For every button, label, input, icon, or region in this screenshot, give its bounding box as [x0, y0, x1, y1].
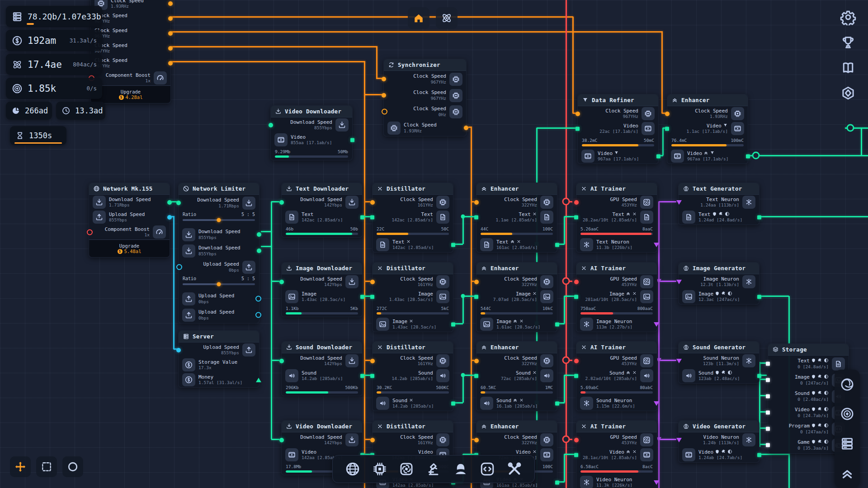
aperture-button[interactable]	[840, 377, 855, 392]
port-sq-tl[interactable]	[451, 401, 455, 405]
node-header[interactable]: Storage	[768, 344, 849, 356]
port-dot-or[interactable]	[370, 438, 375, 442]
upgrade-button[interactable]: Upgrade$4.28al	[91, 85, 170, 103]
port-dot-rd[interactable]	[574, 200, 579, 205]
node-header[interactable]: Text Generator	[679, 183, 759, 195]
port-sq-tl[interactable]	[360, 374, 364, 378]
port-trid-pu[interactable]	[676, 359, 682, 363]
port-trid-pu[interactable]	[654, 243, 659, 247]
gpu-tab-button[interactable]	[398, 461, 415, 477]
node-header[interactable]: Distillator	[373, 421, 453, 432]
port-dot-rd[interactable]	[574, 280, 579, 284]
node-header[interactable]: Sound Downloader	[282, 342, 362, 353]
science-button[interactable]	[436, 7, 458, 29]
code-tab-button[interactable]	[479, 461, 495, 477]
port-dot-or[interactable]	[474, 280, 479, 284]
port-sq-wh[interactable]	[766, 427, 770, 431]
node-header[interactable]: Image Generator	[679, 263, 759, 274]
node-enhancer-image[interactable]: EnhancerClock Speed322YHzImage7.07ad [28…	[476, 262, 557, 332]
node-distillator-image[interactable]: DistillatorClock Speed161YHzImage1.43ac …	[372, 262, 453, 332]
node-header[interactable]: AI Trainer	[576, 183, 657, 195]
node-text-downloader[interactable]: Text DownloaderDownload Speed142YbpsText…	[281, 183, 363, 238]
node-video-generator[interactable]: Video GeneratorVideo Neuron1.24b [113k/s…	[678, 420, 760, 463]
port-dot-rd[interactable]	[574, 359, 579, 363]
node-header[interactable]: Enhancer	[667, 94, 748, 106]
port-dot-or[interactable]	[474, 359, 479, 363]
node-header[interactable]: Video Generator	[679, 421, 759, 432]
port-trid-pu[interactable]	[654, 480, 659, 485]
node-header[interactable]: Distillator	[373, 342, 453, 353]
ratio-slider-knob[interactable]	[217, 218, 221, 222]
port-sq-tl[interactable]	[574, 215, 578, 219]
port-dot-tl[interactable]	[176, 201, 181, 205]
port-dot-cy[interactable]	[167, 215, 172, 220]
port-dot-or[interactable]	[382, 93, 386, 98]
node-image-downloader[interactable]: Image DownloaderDownload Speed142YbpsIma…	[281, 262, 363, 317]
node-image-generator[interactable]: Image GeneratorImage Neuron12.3t [1.13b/…	[678, 262, 760, 305]
port-sq-tl[interactable]	[474, 215, 478, 219]
node-sound-generator[interactable]: Sound GeneratorSound Neuron123b [11.3m/s…	[678, 341, 760, 384]
port-sq-tl[interactable]	[474, 374, 478, 378]
node-header[interactable]: Server	[179, 331, 259, 343]
port-sq-wh[interactable]	[766, 443, 770, 447]
node-enhancer-sound[interactable]: EnhancerClock Speed322YHzSound72ac [285a…	[476, 341, 557, 411]
encyclopedia-button[interactable]	[840, 60, 856, 76]
node-header[interactable]: Enhancer	[476, 183, 557, 195]
port-dot-or[interactable]	[474, 438, 479, 442]
port-ring-cy[interactable]	[176, 264, 182, 270]
port-sq-tl[interactable]	[574, 453, 578, 457]
port-sq-wh[interactable]	[766, 411, 770, 415]
ratio-slider[interactable]	[183, 219, 255, 221]
port-dot-or[interactable]	[168, 46, 173, 51]
node-distillator-text[interactable]: DistillatorClock Speed161YHzText142ac [2…	[372, 183, 453, 253]
node-distillator-sound[interactable]: DistillatorClock Speed161YHzSound14.2ab …	[372, 341, 453, 411]
port-sq-tl[interactable]	[555, 243, 559, 247]
port-trid-pu[interactable]	[676, 280, 682, 284]
network-tab-button[interactable]	[344, 461, 361, 477]
node-header[interactable]: Text Downloader	[282, 183, 362, 195]
port-dot-or[interactable]	[474, 200, 479, 205]
port-dot-or[interactable]	[168, 61, 173, 66]
port-sq-wh[interactable]	[766, 378, 770, 382]
port-sq-tl[interactable]	[656, 154, 660, 158]
port-dot-cy[interactable]	[176, 348, 181, 352]
cpu-tab-button[interactable]	[372, 461, 388, 477]
achievements-button[interactable]	[840, 34, 856, 51]
disc-button[interactable]	[840, 406, 855, 422]
port-dot-tl[interactable]	[279, 280, 284, 284]
port-sq-tl[interactable]	[360, 215, 364, 219]
node-overclocker[interactable]: Clock Speed1.93RHzClock Speed967YHzClock…	[90, 0, 171, 103]
hacker-tab-button[interactable]	[453, 461, 469, 477]
port-dot-or[interactable]	[464, 126, 468, 130]
port-dot-or[interactable]	[665, 112, 670, 116]
port-sq-tl[interactable]	[350, 138, 354, 142]
port-dot-or[interactable]	[370, 200, 375, 205]
node-header[interactable]: AI Trainer	[576, 263, 657, 274]
port-trid-pu[interactable]	[654, 401, 659, 406]
port-sq-tl[interactable]	[574, 374, 578, 378]
node-ai-trainer-sound[interactable]: AI TrainerGPU Speed453YHzSound2.82ad/10t…	[576, 341, 657, 411]
port-sq-tl[interactable]	[757, 453, 761, 457]
port-sq-tl[interactable]	[757, 374, 761, 378]
port-sq-tl[interactable]	[757, 215, 761, 219]
port-sq-tl[interactable]	[451, 322, 455, 326]
node-header[interactable]: Enhancer	[476, 421, 557, 432]
port-dot-or[interactable]	[576, 112, 580, 116]
ratio-slider[interactable]	[183, 283, 255, 285]
port-sq-tl[interactable]	[370, 215, 374, 219]
port-ring-cy[interactable]	[255, 312, 261, 318]
node-enhancer-text[interactable]: EnhancerClock Speed322YHzText1.1ae [2.85…	[476, 183, 557, 253]
select-tool-button[interactable]	[36, 456, 57, 477]
port-dot-tl[interactable]	[279, 200, 284, 205]
port-dot-tl[interactable]	[269, 123, 273, 127]
node-text-generator[interactable]: Text GeneratorText Neuron1.24aa [113b/s]…	[678, 183, 760, 225]
port-dot-tl[interactable]	[257, 232, 261, 237]
port-dot-or[interactable]	[168, 16, 173, 21]
node-header[interactable]: Network Limiter	[179, 183, 259, 195]
node-ai-trainer-text[interactable]: AI TrainerGPU Speed453YHzText28.2ae/10t …	[576, 183, 657, 253]
port-sq-tl[interactable]	[746, 154, 750, 158]
node-server-node[interactable]: ServerUpload Speed855YbpsStorage Value17…	[178, 330, 259, 388]
port-dot-tl[interactable]	[279, 438, 284, 442]
node-header[interactable]: Enhancer	[476, 342, 557, 353]
node-synchronizer[interactable]: SynchronizerClock Speed967YHzClock Speed…	[383, 59, 467, 136]
